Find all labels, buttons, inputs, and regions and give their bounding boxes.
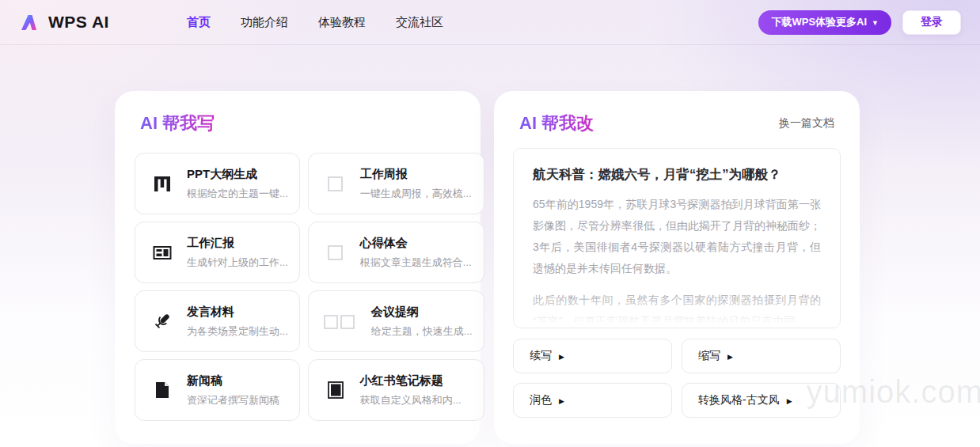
tile-desc: 给定主题，快速生成... (371, 324, 473, 339)
tile-desc: 为各类场景定制生动... (187, 324, 288, 339)
tile-desc: 获取自定义风格和内... (360, 393, 462, 407)
ai-edit-title: AI 帮我改 (519, 112, 594, 135)
tile-title: 小红书笔记标题 (360, 373, 462, 388)
document-icon (150, 377, 175, 403)
convert-style-classical-button[interactable]: 转换风格-古文风 ▶ (682, 383, 841, 418)
action-label: 缩写 (698, 349, 720, 363)
top-navigation-bar: WPS AI 首页 功能介绍 体验教程 交流社区 下载WPS体验更多AI ▼ 登… (0, 0, 980, 45)
download-wps-label: 下载WPS体验更多AI (771, 15, 867, 29)
tile-desc: 根据给定的主题一键... (187, 187, 288, 201)
nav-item-features[interactable]: 功能介绍 (241, 15, 288, 30)
notebook-icon (323, 377, 348, 403)
tile-desc: 资深记者撰写新闻稿 (187, 393, 279, 407)
play-icon: ▶ (559, 353, 564, 361)
caret-down-icon: ▼ (872, 19, 879, 27)
tile-press-release[interactable]: 新闻稿 资深记者撰写新闻稿 (135, 359, 300, 421)
article-paragraph-2: 此后的数十年间，虽然有多个国家的探测器拍摄到月背的“芳容”，但真正实现航天器月背… (533, 290, 821, 328)
article-paragraph-1: 65年前的1959年，苏联月球3号探测器拍到月球背面第一张影像图，尽管分辨率很低… (533, 194, 821, 279)
tile-desc: 生成针对上级的工作... (187, 256, 288, 270)
tile-title: 心得体会 (360, 236, 472, 251)
tile-meeting-outline[interactable]: 会议提纲 给定主题，快速生成... (308, 290, 484, 352)
login-button[interactable]: 登录 (902, 10, 961, 35)
nav-item-community[interactable]: 交流社区 (396, 15, 443, 30)
tile-title: 新闻稿 (187, 373, 279, 388)
brand: WPS AI (19, 12, 109, 33)
tile-title: 工作周报 (360, 167, 472, 182)
action-label: 润色 (530, 393, 552, 407)
tile-ppt-outline[interactable]: PPT大纲生成 根据给定的主题一键... (135, 153, 300, 214)
play-icon: ▶ (727, 353, 733, 361)
ai-write-card-header: AI 帮我写 (134, 112, 462, 135)
nav-item-home[interactable]: 首页 (187, 15, 211, 30)
sample-article-preview: 航天科普：嫦娥六号，月背“挖土”为哪般？ 65年前的1959年，苏联月球3号探测… (513, 148, 841, 328)
placeholder-icon (323, 240, 348, 265)
action-label: 续写 (530, 349, 552, 363)
edit-actions-grid: 续写 ▶ 缩写 ▶ 润色 ▶ 转换风格-古文风 ▶ (513, 339, 841, 418)
wps-ai-logo-icon (19, 12, 40, 33)
report-icon (150, 240, 175, 265)
action-label: 转换风格-古文风 (698, 393, 780, 407)
ai-edit-card-header: AI 帮我改 换一篇文档 (513, 112, 841, 135)
tile-title: 会议提纲 (371, 305, 473, 320)
download-wps-button[interactable]: 下载WPS体验更多AI ▼ (758, 10, 891, 35)
placeholder-icon (323, 171, 348, 196)
ai-write-title: AI 帮我写 (140, 112, 215, 135)
tile-title: 工作汇报 (187, 236, 288, 251)
ppt-outline-icon (150, 171, 175, 196)
play-icon: ▶ (559, 397, 564, 405)
main-nav: 首页 功能介绍 体验教程 交流社区 (187, 15, 443, 30)
nav-item-tutorials[interactable]: 体验教程 (318, 15, 366, 30)
tile-speech-material[interactable]: 发言材料 为各类场景定制生动... (135, 290, 300, 352)
tile-title: 发言材料 (187, 305, 288, 320)
brand-name: WPS AI (48, 13, 109, 32)
microphone-icon (150, 309, 175, 334)
tile-xiaohongshu-title[interactable]: 小红书笔记标题 获取自定义风格和内... (308, 359, 484, 421)
continue-writing-button[interactable]: 续写 ▶ (513, 339, 672, 373)
ai-edit-card: AI 帮我改 换一篇文档 航天科普：嫦娥六号，月背“挖土”为哪般？ 65年前的1… (494, 91, 860, 444)
write-feature-grid: PPT大纲生成 根据给定的主题一键... 工作周报 一键生成周报，高效梳... (134, 153, 462, 421)
tile-title: PPT大纲生成 (187, 167, 288, 182)
placeholder-double-icon (323, 309, 359, 334)
play-icon: ▶ (787, 397, 792, 405)
abbreviate-button[interactable]: 缩写 ▶ (682, 339, 841, 373)
ai-write-card: AI 帮我写 PPT大纲生成 根据给定的主题一键... (115, 91, 481, 444)
polish-button[interactable]: 润色 ▶ (513, 383, 672, 418)
tile-desc: 根据文章主题生成符合... (360, 256, 472, 270)
tile-desc: 一键生成周报，高效梳... (360, 187, 472, 201)
change-document-link[interactable]: 换一篇文档 (779, 116, 834, 131)
tile-reflections[interactable]: 心得体会 根据文章主题生成符合... (308, 222, 484, 283)
tile-work-report[interactable]: 工作汇报 生成针对上级的工作... (135, 222, 300, 283)
tile-weekly-report[interactable]: 工作周报 一键生成周报，高效梳... (308, 153, 484, 214)
article-title: 航天科普：嫦娥六号，月背“挖土”为哪般？ (533, 166, 821, 184)
